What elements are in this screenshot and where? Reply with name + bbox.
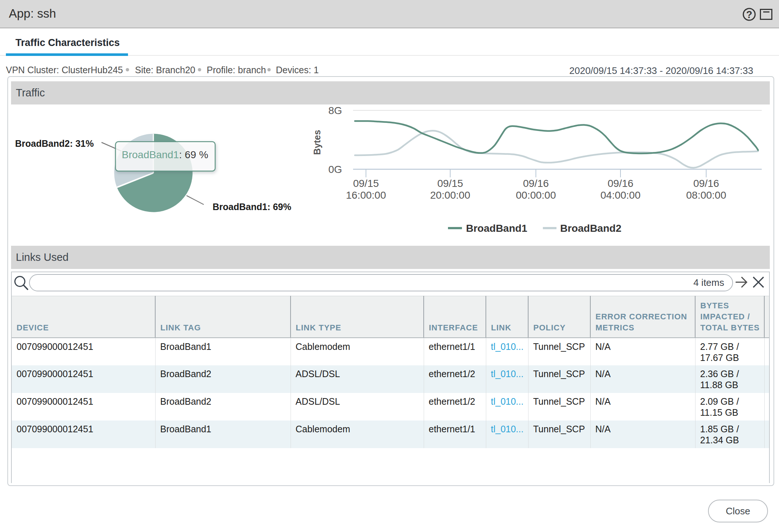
svg-text:20:00:00: 20:00:00 [430, 189, 470, 201]
svg-text:00:00:00: 00:00:00 [516, 189, 556, 201]
svg-text:?: ? [746, 9, 753, 20]
svg-text:16:00:00: 16:00:00 [346, 189, 386, 201]
svg-text:09/15: 09/15 [353, 178, 379, 189]
svg-text:09/16: 09/16 [693, 178, 719, 189]
svg-text:09/15: 09/15 [437, 178, 463, 189]
svg-text:Bytes: Bytes [312, 130, 322, 155]
svg-text:BroadBand1: BroadBand1 [466, 223, 527, 234]
svg-text:0G: 0G [328, 164, 342, 175]
svg-text:BroadBand1: 69 %: BroadBand1: 69 % [122, 149, 208, 160]
svg-text:09/16: 09/16 [608, 178, 633, 189]
svg-text:8G: 8G [328, 106, 342, 116]
svg-text:09/16: 09/16 [523, 178, 549, 189]
svg-text:08:00:00: 08:00:00 [686, 189, 726, 201]
svg-text:04:00:00: 04:00:00 [601, 189, 641, 201]
svg-text:BroadBand2: 31%: BroadBand2: 31% [15, 138, 94, 149]
svg-text:BroadBand2: BroadBand2 [560, 223, 621, 234]
svg-text:BroadBand1: 69%: BroadBand1: 69% [213, 202, 291, 212]
